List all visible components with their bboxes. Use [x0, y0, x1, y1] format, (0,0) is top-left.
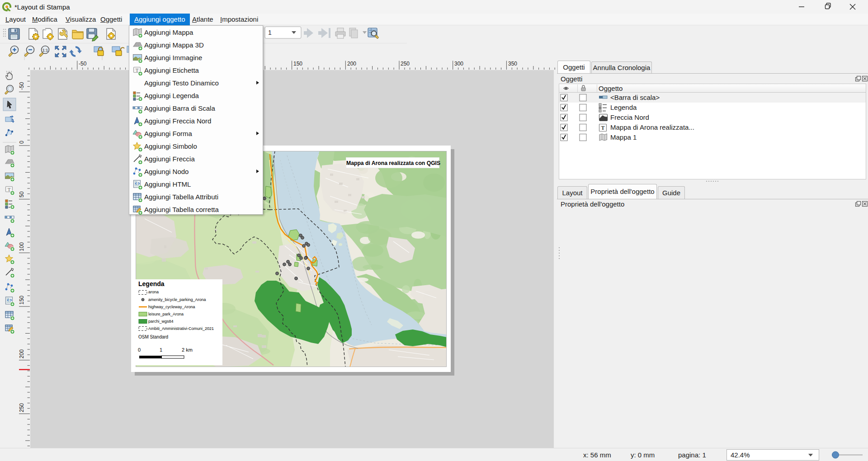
svg-text:-50: -50	[19, 82, 25, 90]
svg-text:50: 50	[19, 191, 25, 198]
svg-text:200: 200	[347, 61, 356, 67]
svg-text:T: T	[601, 125, 604, 131]
svg-text:300: 300	[454, 61, 463, 67]
svg-text:150: 150	[293, 61, 302, 67]
svg-text:200: 200	[19, 349, 25, 358]
svg-text:350: 350	[508, 61, 517, 67]
svg-text:100: 100	[19, 242, 25, 251]
svg-text:0: 0	[19, 141, 25, 144]
svg-text:-50: -50	[79, 61, 87, 67]
svg-text:250: 250	[401, 61, 410, 67]
svg-text:250: 250	[19, 403, 25, 412]
svg-text:150: 150	[19, 296, 25, 305]
